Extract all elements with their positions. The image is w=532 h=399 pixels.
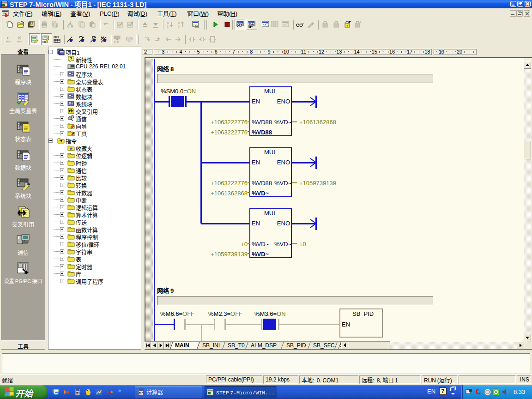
svg-text:sym: sym [126, 36, 133, 41]
svg-text:2: 2 [167, 25, 169, 28]
svg-text:A: A [178, 21, 180, 24]
svg-text:T: T [346, 24, 348, 27]
svg-text:A: A [167, 21, 169, 24]
svg-text:2: 2 [178, 25, 180, 28]
svg-text:?: ? [70, 56, 73, 61]
